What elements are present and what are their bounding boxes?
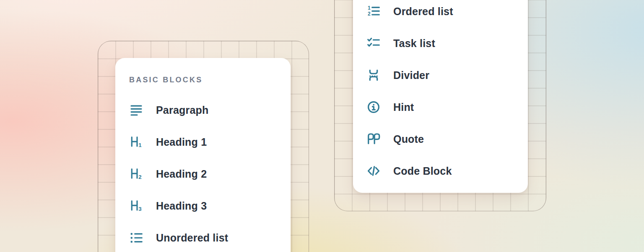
menu-item-label: Quote — [393, 133, 424, 145]
code-block-icon — [366, 164, 381, 178]
svg-text:2: 2 — [368, 11, 371, 17]
menu-item-heading-1[interactable]: 1 Heading 1 — [129, 126, 291, 158]
menu-item-label: Unordered list — [156, 232, 228, 244]
blocks-menu-continued: 1 2 Ordered list Task list — [353, 0, 528, 193]
menu-item-label: Hint — [393, 101, 414, 113]
menu-item-label: Divider — [393, 69, 429, 81]
menu-item-label: Ordered list — [393, 5, 453, 18]
hint-icon — [366, 100, 381, 114]
basic-blocks-header: BASIC BLOCKS — [129, 76, 291, 84]
paragraph-icon — [129, 103, 143, 117]
menu-item-code-block[interactable]: Code Block — [366, 155, 528, 187]
svg-text:1: 1 — [368, 5, 371, 11]
quote-icon — [366, 132, 381, 146]
menu-item-label: Code Block — [393, 165, 452, 177]
svg-text:1: 1 — [138, 142, 142, 148]
menu-item-hint[interactable]: Hint — [366, 91, 528, 123]
menu-item-ordered-list[interactable]: 1 2 Ordered list — [366, 0, 528, 27]
task-list-icon — [366, 36, 381, 50]
heading-2-icon: 2 — [129, 167, 143, 181]
menu-item-label: Task list — [393, 37, 435, 50]
menu-item-heading-2[interactable]: 2 Heading 2 — [129, 158, 291, 190]
divider-icon — [366, 68, 381, 82]
menu-item-label: Heading 3 — [156, 200, 207, 212]
block-picker-illustration: BASIC BLOCKS Paragraph 1 Heading 1 — [0, 0, 644, 252]
menu-item-paragraph[interactable]: Paragraph — [129, 94, 291, 126]
menu-item-label: Heading 2 — [156, 168, 207, 180]
menu-item-label: Heading 1 — [156, 136, 207, 148]
menu-item-divider[interactable]: Divider — [366, 59, 528, 91]
menu-item-task-list[interactable]: Task list — [366, 27, 528, 59]
menu-item-label: Paragraph — [156, 104, 208, 116]
basic-blocks-menu: BASIC BLOCKS Paragraph 1 Heading 1 — [115, 58, 291, 252]
svg-text:3: 3 — [138, 206, 141, 212]
unordered-list-icon — [129, 231, 143, 245]
menu-item-heading-3[interactable]: 3 Heading 3 — [129, 190, 291, 222]
heading-1-icon: 1 — [129, 135, 143, 149]
menu-item-quote[interactable]: Quote — [366, 123, 528, 155]
svg-text:2: 2 — [138, 174, 141, 180]
heading-3-icon: 3 — [129, 199, 143, 213]
menu-item-unordered-list[interactable]: Unordered list — [129, 222, 291, 252]
ordered-list-icon: 1 2 — [366, 4, 381, 18]
